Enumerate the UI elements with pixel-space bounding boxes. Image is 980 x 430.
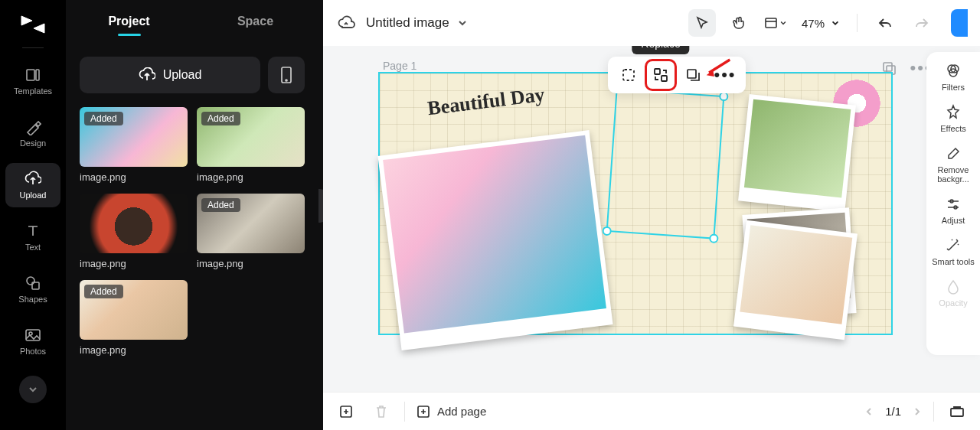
pager: 1/1	[864, 405, 923, 418]
svg-rect-9	[884, 63, 892, 71]
nav-shapes[interactable]: Shapes	[5, 267, 60, 311]
nav-upload[interactable]: Upload	[5, 163, 60, 207]
rail-label: Smart tools	[932, 257, 975, 266]
svg-point-7	[286, 80, 287, 81]
canvas-page[interactable]: Beautiful Day	[378, 72, 893, 335]
asset-item[interactable]: Added image.png	[80, 280, 188, 356]
svg-rect-8	[766, 18, 776, 28]
adjust-button[interactable]: Adjust	[930, 196, 976, 225]
divider	[22, 47, 44, 48]
wand-icon	[945, 237, 962, 254]
shapes-icon	[24, 275, 41, 292]
opacity-button[interactable]: Opacity	[930, 279, 976, 308]
nav-label: Shapes	[18, 295, 47, 304]
asset-filename: image.png	[197, 258, 305, 269]
opacity-icon	[945, 279, 962, 295]
added-badge: Added	[201, 112, 240, 125]
asset-filename: image.png	[80, 258, 188, 269]
design-icon	[24, 119, 41, 135]
svg-rect-12	[655, 69, 660, 74]
tab-project[interactable]: Project	[66, 15, 192, 28]
nav-templates[interactable]: Templates	[5, 59, 60, 103]
nav-label: Design	[20, 138, 46, 148]
asset-thumb	[80, 194, 188, 253]
layers-button[interactable]	[678, 60, 707, 90]
remove-bg-button[interactable]: Remove backgr...	[930, 145, 976, 184]
templates-icon	[24, 67, 41, 83]
added-badge: Added	[84, 285, 123, 298]
chevron-down-icon	[831, 18, 840, 28]
text-overlay[interactable]: Beautiful Day	[426, 83, 546, 121]
main-area: Untitled image 47% Page 1 ••• Beautiful …	[323, 0, 980, 430]
selection-toolbar: Replace •••	[608, 57, 746, 93]
upload-label: Upload	[163, 68, 202, 82]
svg-rect-11	[623, 70, 634, 80]
chevron-down-icon	[457, 18, 468, 28]
next-page-button[interactable]	[912, 406, 923, 417]
asset-item[interactable]: Added image.png	[80, 107, 188, 183]
redo-button[interactable]	[908, 9, 936, 37]
plus-page-icon	[416, 404, 431, 419]
nav-rail: Templates Design Upload Text Shapes Phot…	[0, 0, 66, 430]
effects-icon	[945, 104, 962, 121]
asset-item[interactable]: image.png	[80, 194, 188, 269]
document-title: Untitled image	[366, 15, 449, 31]
prev-page-button[interactable]	[864, 406, 874, 417]
svg-rect-13	[662, 76, 667, 81]
zoom-control[interactable]: 47%	[799, 17, 843, 30]
undo-button[interactable]	[871, 9, 899, 37]
nav-label: Upload	[20, 191, 47, 200]
layout-tool[interactable]	[762, 9, 789, 37]
added-badge: Added	[84, 112, 123, 125]
svg-rect-0	[27, 70, 34, 80]
asset-item[interactable]: Added image.png	[197, 194, 305, 269]
upload-button[interactable]: Upload	[80, 57, 260, 93]
asset-filename: image.png	[80, 344, 188, 356]
panel-tabs: Project Space	[66, 0, 318, 43]
pointer-tool[interactable]	[688, 9, 716, 37]
adjust-icon	[945, 196, 962, 213]
nav-design[interactable]: Design	[5, 111, 60, 155]
add-page-button[interactable]: Add page	[416, 404, 486, 419]
tab-space[interactable]: Space	[192, 15, 318, 28]
asset-thumb: Added	[80, 280, 188, 340]
delete-page-button[interactable]	[369, 399, 394, 424]
svg-rect-22	[951, 409, 963, 416]
smart-tools-button[interactable]: Smart tools	[930, 237, 976, 266]
asset-item[interactable]: Added image.png	[197, 107, 305, 183]
replace-button[interactable]: Replace	[646, 60, 675, 90]
eraser-icon	[945, 145, 962, 162]
nav-label: Text	[25, 243, 41, 252]
selection-frame[interactable]	[606, 88, 725, 239]
presentation-button[interactable]	[945, 399, 969, 424]
app-logo	[18, 9, 48, 40]
svg-rect-14	[688, 70, 696, 78]
asset-filename: image.png	[197, 171, 305, 183]
effects-button[interactable]: Effects	[930, 104, 976, 133]
title-dropdown[interactable]: Untitled image	[366, 15, 468, 31]
zoom-value: 47%	[802, 17, 825, 30]
rail-label: Effects	[940, 124, 965, 133]
page-label: Page 1	[383, 60, 416, 72]
annotation-arrow	[705, 57, 731, 79]
nav-label: Templates	[14, 86, 52, 96]
cloud-upload-icon	[139, 67, 155, 83]
filters-icon	[945, 63, 962, 80]
hand-tool[interactable]	[725, 9, 753, 37]
photo-main[interactable]	[377, 130, 612, 350]
nav-more[interactable]	[19, 376, 47, 403]
svg-point-2	[27, 277, 34, 285]
cloud-sync-icon[interactable]	[335, 12, 357, 34]
upload-icon	[24, 171, 41, 187]
photos-icon	[24, 327, 41, 344]
share-button[interactable]	[951, 9, 968, 37]
mobile-upload-button[interactable]	[268, 57, 305, 93]
photo-top-right[interactable]	[738, 94, 856, 212]
filters-button[interactable]: Filters	[930, 63, 976, 92]
rail-label: Filters	[942, 83, 965, 92]
nav-photos[interactable]: Photos	[5, 319, 60, 363]
photo-bottom-right[interactable]	[733, 220, 858, 340]
add-page-icon-button[interactable]	[334, 399, 358, 424]
nav-text[interactable]: Text	[5, 215, 60, 259]
crop-button[interactable]	[614, 60, 643, 90]
